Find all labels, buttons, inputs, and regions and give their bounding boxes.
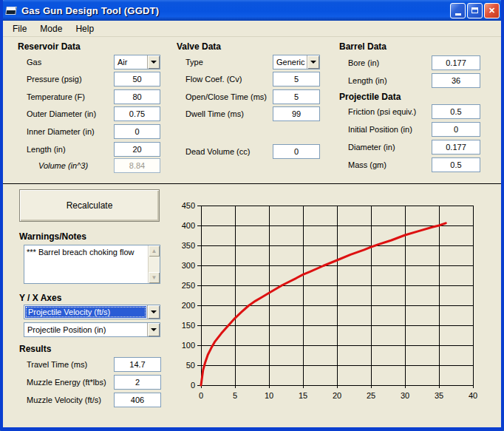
valve-type-label: Type	[185, 58, 203, 67]
open-close-time-label: Open/Close Time (ms)	[185, 92, 267, 101]
pressure-label: Pressure (psig)	[27, 75, 82, 84]
menu-mode[interactable]: Mode	[33, 22, 69, 35]
results-header: Results	[19, 344, 51, 354]
recalculate-button[interactable]: Recalculate	[19, 189, 160, 222]
initial-position-label: Initial Position (in)	[348, 125, 412, 134]
y-axis-dropdown-button[interactable]	[147, 305, 160, 319]
projectile-header: Projectile Data	[339, 92, 401, 102]
volume-label: Volume (in^3)	[38, 161, 88, 170]
scroll-down-button[interactable]: ▼	[149, 272, 160, 283]
dwell-time-label: Dwell Time (ms)	[185, 109, 244, 118]
svg-text:450: 450	[182, 201, 195, 210]
reservoir-length-label: Length (in)	[27, 145, 66, 154]
chevron-down-icon	[151, 328, 157, 331]
maximize-icon	[471, 7, 478, 13]
gas-combobox[interactable]: Air	[114, 55, 160, 69]
flow-coef-field[interactable]: 5	[273, 72, 320, 86]
svg-text:150: 150	[182, 321, 195, 330]
muzzle-velocity-label: Muzzle Velocity (ft/s)	[27, 396, 101, 404]
barrel-length-field[interactable]: 36	[432, 73, 480, 88]
outer-diameter-field[interactable]: 0.75	[114, 106, 160, 121]
chevron-down-icon	[151, 61, 157, 64]
svg-text:20: 20	[333, 391, 341, 400]
initial-position-field[interactable]: 0	[432, 122, 480, 137]
warnings-textbox[interactable]: *** Barrel breach choking flow ▲ ▼	[24, 245, 160, 284]
svg-text:300: 300	[182, 261, 195, 270]
reservoir-length-field[interactable]: 20	[114, 142, 160, 157]
svg-text:5: 5	[233, 391, 237, 400]
open-close-time-field[interactable]: 5	[273, 89, 320, 104]
window-title: Gas Gun Design Tool (GGDT)	[21, 5, 159, 16]
inner-diameter-field[interactable]: 0	[114, 124, 160, 139]
gas-dropdown-button[interactable]	[147, 55, 160, 69]
warnings-scrollbar[interactable]: ▲ ▼	[148, 245, 160, 283]
valve-type-dropdown-button[interactable]	[307, 55, 319, 69]
barrel-header: Barrel Data	[339, 41, 386, 52]
close-icon: ✕	[488, 6, 495, 16]
menu-help[interactable]: Help	[69, 22, 101, 35]
dead-volume-field[interactable]: 0	[273, 144, 320, 159]
menu-bar: File Mode Help	[0, 21, 504, 37]
projectile-diameter-field[interactable]: 0.177	[432, 140, 480, 155]
dwell-time-field[interactable]: 99	[273, 106, 320, 121]
x-axis-dropdown-button[interactable]	[147, 323, 160, 336]
pressure-field[interactable]: 50	[114, 72, 160, 86]
svg-text:250: 250	[182, 281, 195, 290]
svg-text:40: 40	[469, 391, 477, 400]
dead-volume-label: Dead Volume (cc)	[185, 147, 250, 156]
scroll-up-button[interactable]: ▲	[149, 245, 160, 257]
chevron-down-icon	[310, 61, 316, 64]
chevron-down-icon	[151, 310, 157, 313]
menu-file[interactable]: File	[6, 22, 33, 35]
svg-text:35: 35	[435, 391, 443, 400]
gas-label: Gas	[27, 58, 41, 67]
valve-header: Valve Data	[177, 41, 221, 52]
svg-text:200: 200	[182, 301, 195, 310]
outer-diameter-label: Outer Diameter (in)	[27, 109, 96, 118]
x-axis-combobox[interactable]: Projectile Position (in)	[24, 322, 160, 337]
svg-text:350: 350	[182, 241, 195, 250]
temperature-label: Temperature (F)	[27, 92, 85, 101]
bore-field[interactable]: 0.177	[432, 55, 480, 70]
mass-field[interactable]: 0.5	[432, 157, 480, 172]
arrow-up-icon: ▲	[151, 248, 157, 254]
inner-diameter-label: Inner Diameter (in)	[27, 127, 95, 136]
svg-text:10: 10	[265, 391, 273, 400]
muzzle-velocity-field[interactable]: 406	[114, 393, 161, 407]
valve-type-combobox[interactable]: Generic	[273, 55, 320, 69]
velocity-vs-position-plot: 0501001502002503003504004500510152025303…	[177, 189, 494, 407]
app-window: Gas Gun Design Tool (GGDT) ✕ File Mode H…	[0, 0, 504, 431]
flow-coef-label: Flow Coef. (Cv)	[185, 75, 242, 84]
minimize-button[interactable]	[450, 3, 466, 18]
projectile-diameter-label: Diameter (in)	[348, 143, 395, 152]
svg-text:400: 400	[182, 221, 195, 230]
barrel-length-label: Length (in)	[348, 76, 387, 85]
svg-text:0: 0	[199, 391, 203, 400]
muzzle-energy-label: Muzzle Energy (ft*lbs)	[27, 378, 106, 387]
warnings-header: Warnings/Notes	[19, 231, 86, 242]
title-bar[interactable]: Gas Gun Design Tool (GGDT) ✕	[0, 0, 504, 21]
close-button[interactable]: ✕	[484, 3, 500, 18]
svg-text:0: 0	[191, 381, 195, 390]
warning-message: *** Barrel breach choking flow	[27, 248, 146, 257]
velocity-chart: 0501001502002503003504004500510152025303…	[177, 189, 494, 407]
travel-time-field[interactable]: 14.7	[114, 357, 161, 372]
maximize-button[interactable]	[467, 3, 483, 18]
axes-header: Y / X Axes	[19, 293, 61, 303]
friction-label: Friction (psi equiv.)	[348, 107, 416, 116]
section-divider	[3, 183, 501, 184]
svg-text:100: 100	[182, 341, 195, 350]
y-axis-combobox[interactable]: Projectile Velocity (ft/s)	[24, 305, 160, 319]
minimize-icon	[455, 13, 461, 16]
temperature-field[interactable]: 80	[114, 89, 160, 104]
reservoir-header: Reservoir Data	[18, 41, 81, 52]
svg-text:30: 30	[401, 391, 409, 400]
volume-field: 8.84	[114, 158, 160, 173]
svg-text:15: 15	[299, 391, 307, 400]
travel-time-label: Travel Time (ms)	[27, 360, 87, 369]
arrow-down-icon: ▼	[151, 274, 157, 281]
app-icon	[6, 5, 18, 16]
mass-label: Mass (gm)	[348, 160, 386, 169]
muzzle-energy-field[interactable]: 2	[114, 375, 161, 390]
friction-field[interactable]: 0.5	[432, 104, 480, 119]
